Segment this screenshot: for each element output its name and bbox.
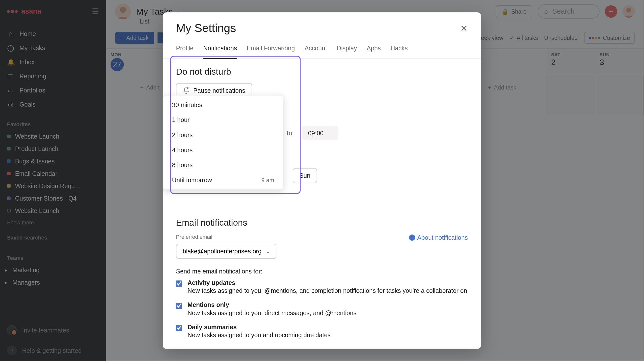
pause-menu: 30 minutes1 hour2 hours4 hours8 hoursUnt… bbox=[163, 95, 283, 190]
preferred-email-label: Preferred email bbox=[176, 234, 276, 240]
email-option: Daily summariesNew tasks assigned to you… bbox=[176, 323, 468, 339]
close-icon[interactable]: ✕ bbox=[460, 23, 468, 34]
dnd-heading: Do not disturb bbox=[176, 67, 468, 77]
send-me-label: Send me email notifications for: bbox=[176, 268, 468, 275]
to-label: To: bbox=[286, 130, 294, 137]
pause-option[interactable]: 2 hours bbox=[163, 127, 283, 143]
email-option-title: Activity updates bbox=[188, 279, 467, 286]
day-sun-button[interactable]: Sun bbox=[293, 168, 317, 183]
email-option-title: Mentions only bbox=[188, 301, 356, 309]
settings-tab-apps[interactable]: Apps bbox=[366, 41, 381, 59]
about-notifications-link[interactable]: i About notifications bbox=[409, 234, 468, 241]
settings-tab-profile[interactable]: Profile bbox=[176, 41, 194, 59]
info-icon: i bbox=[409, 235, 415, 241]
email-option-checkbox[interactable] bbox=[176, 325, 182, 331]
pause-option[interactable]: 4 hours bbox=[163, 143, 283, 158]
settings-tab-email-forwarding[interactable]: Email Forwarding bbox=[247, 41, 295, 59]
email-option-desc: New tasks assigned to you and upcoming d… bbox=[188, 331, 331, 339]
email-option: Mentions onlyNew tasks assigned to you, … bbox=[176, 301, 468, 317]
email-option-checkbox[interactable] bbox=[176, 303, 182, 309]
pause-option[interactable]: 8 hours bbox=[163, 157, 283, 173]
email-option-desc: New tasks assigned to you, direct messag… bbox=[188, 309, 356, 317]
to-time-input[interactable] bbox=[302, 126, 338, 140]
chevron-down-icon: ⌄ bbox=[266, 248, 270, 254]
modal-title: My Settings bbox=[176, 21, 236, 35]
settings-tab-hacks[interactable]: Hacks bbox=[390, 41, 408, 59]
email-option-checkbox[interactable] bbox=[176, 281, 182, 287]
settings-modal: My Settings ✕ ProfileNotificationsEmail … bbox=[163, 13, 481, 349]
settings-tab-notifications[interactable]: Notifications bbox=[203, 41, 237, 59]
email-option-title: Daily summaries bbox=[188, 323, 331, 331]
pause-option[interactable]: 30 minutes bbox=[163, 97, 283, 113]
pause-option[interactable]: 1 hour bbox=[163, 112, 283, 127]
email-heading: Email notifications bbox=[176, 218, 468, 228]
bell-snooze-icon bbox=[182, 87, 190, 95]
email-option: Activity updatesNew tasks assigned to yo… bbox=[176, 279, 468, 294]
settings-tab-display[interactable]: Display bbox=[336, 41, 357, 59]
pause-option[interactable]: Until tomorrow9 am bbox=[163, 173, 283, 188]
email-option-desc: New tasks assigned to you, @mentions, an… bbox=[188, 287, 467, 294]
preferred-email-select[interactable]: blake@apolloenterprises.org ⌄ bbox=[176, 244, 276, 259]
settings-tab-account[interactable]: Account bbox=[305, 41, 327, 59]
